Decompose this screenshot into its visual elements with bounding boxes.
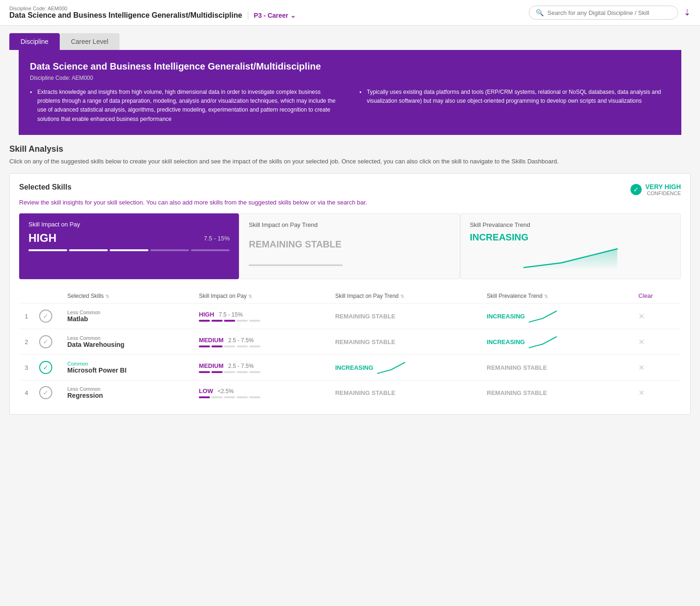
discipline-bullets-right: Typically uses existing data platforms a…	[359, 88, 670, 124]
header-right: 🔍 ⇣	[529, 6, 691, 20]
confidence-label: VERY HIGH	[645, 183, 681, 190]
pay-trend-chart	[249, 261, 450, 270]
prevalence-label-4: REMAINING STABLE	[487, 389, 547, 396]
skill-icon-1: ✓	[39, 310, 52, 323]
prevalence-trend-chart	[470, 247, 671, 270]
discipline-title-text: Data Science and Business Intelligence G…	[9, 11, 242, 20]
impact-label-3: MEDIUM	[199, 362, 224, 369]
impact-dots-2	[199, 345, 324, 347]
dot-4	[150, 249, 189, 251]
sort-icon-skills[interactable]: ⇅	[105, 294, 109, 299]
skill-info-2: Less Common Data Warehousing	[67, 335, 188, 348]
skill-category-3: Common	[67, 361, 188, 366]
table-row: 4 ✓ Less Common Regression LOW <2.5%	[19, 381, 681, 405]
row-num-4: 4	[19, 381, 34, 405]
prevalence-cell-1: INCREASING	[487, 309, 627, 323]
skill-name-4[interactable]: Regression	[67, 392, 188, 399]
skill-icon-3: ✓	[39, 361, 52, 374]
skill-icon-4: ✓	[39, 386, 52, 399]
discipline-code-header: Discipline Code: AEM000	[9, 6, 296, 11]
discipline-bullets-left: Extracts knowledge and insights from hig…	[30, 88, 341, 124]
confidence-badge: ✓ VERY HIGH CONFIDENCE	[630, 183, 681, 196]
th-selected-skills: Selected Skills ⇅	[62, 289, 193, 303]
skill-name-3[interactable]: Microsoft Power BI	[67, 366, 188, 374]
card-header: Selected Skills ✓ VERY HIGH CONFIDENCE	[19, 183, 681, 196]
skill-category-2: Less Common	[67, 335, 188, 341]
skill-icon-2: ✓	[39, 335, 52, 348]
remove-button-1[interactable]: ✕	[638, 312, 644, 320]
card-subtitle: Review the skill insights for your skill…	[19, 199, 681, 206]
clear-button-label[interactable]: Clear	[638, 292, 653, 299]
search-icon: 🔍	[536, 9, 544, 16]
pay-trend-cell-3: INCREASING	[335, 360, 476, 374]
discipline-card-code: Discipline Code: AEM000	[30, 75, 670, 81]
prevalence-label-1: INCREASING	[487, 313, 525, 320]
tab-discipline[interactable]: Discipline	[9, 33, 60, 50]
impact-range-4: <2.5%	[218, 388, 234, 395]
pay-trend-value: REMAINING STABLE	[249, 239, 450, 250]
search-input[interactable]	[547, 9, 671, 16]
skill-name-1[interactable]: Matlab	[67, 315, 188, 323]
career-level-badge[interactable]: P3 - Career ⌄	[248, 12, 296, 19]
skill-name-2[interactable]: Data Warehousing	[67, 341, 188, 348]
impact-dots-1	[199, 320, 324, 322]
impact-label-1: HIGH	[199, 311, 214, 318]
discipline-card: Data Science and Business Intelligence G…	[19, 50, 681, 135]
row-num-2: 2	[19, 329, 34, 355]
dot-5	[191, 249, 230, 251]
prevalence-cell-2: INCREASING	[487, 335, 627, 349]
pay-trend-mini-chart-3	[377, 360, 405, 374]
table-row: 2 ✓ Less Common Data Warehousing MEDIUM	[19, 329, 681, 355]
skill-info-1: Less Common Matlab	[67, 310, 188, 323]
impact-dots-3	[199, 371, 324, 373]
remove-button-3[interactable]: ✕	[638, 364, 644, 372]
tab-career-level[interactable]: Career Level	[60, 33, 119, 50]
pay-trend-label-4: REMAINING STABLE	[335, 389, 395, 396]
skill-category-4: Less Common	[67, 386, 188, 392]
download-button[interactable]: ⇣	[684, 7, 691, 18]
remove-button-4[interactable]: ✕	[638, 389, 644, 397]
discipline-title-header: Data Science and Business Intelligence G…	[9, 11, 296, 20]
prevalence-trend-label: Skill Prevalance Trend	[470, 221, 671, 228]
card-title: Selected Skills	[19, 183, 71, 191]
prevalence-mini-chart-2	[529, 335, 557, 349]
pay-trend-cell-1: REMAINING STABLE	[335, 313, 476, 320]
metric-prevalence-trend: Skill Prevalance Trend INCREASING	[460, 213, 681, 279]
skills-table: Selected Skills ⇅ Skill Impact on Pay ⇅ …	[19, 289, 681, 405]
skill-info-4: Less Common Regression	[67, 386, 188, 399]
metric-pay-trend: Skill Impact on Pay Trend REMAINING STAB…	[239, 213, 460, 279]
sort-icon-pay-trend[interactable]: ⇅	[400, 294, 404, 299]
dot-3	[110, 249, 148, 251]
impact-pay-value: HIGH	[28, 232, 56, 245]
discipline-card-content: Extracts knowledge and insights from hig…	[30, 88, 670, 124]
main-content: Skill Analysis Click on any of the sugge…	[0, 135, 700, 424]
pay-trend-label: Skill Impact on Pay Trend	[249, 221, 450, 228]
search-bar[interactable]: 🔍	[529, 6, 678, 20]
skill-analysis-description: Click on any of the suggested skills bel…	[9, 157, 691, 166]
prevalence-trend-value: INCREASING	[470, 232, 671, 243]
metric-impact-on-pay: Skill Impact on Pay HIGH 7.5 - 15%	[19, 213, 239, 279]
remove-button-2[interactable]: ✕	[638, 338, 644, 346]
tabs: Discipline Career Level	[9, 33, 691, 50]
confidence-icon: ✓	[630, 184, 642, 195]
skill-category-1: Less Common	[67, 310, 188, 315]
skill-info-3: Common Microsoft Power BI	[67, 361, 188, 374]
metrics-row: Skill Impact on Pay HIGH 7.5 - 15% Skill…	[19, 213, 681, 279]
pay-trend-label-3: INCREASING	[335, 364, 373, 371]
sort-icon-impact[interactable]: ⇅	[248, 294, 252, 299]
selected-skills-card: Selected Skills ✓ VERY HIGH CONFIDENCE R…	[9, 173, 691, 415]
prevalence-label-3: REMAINING STABLE	[487, 364, 547, 371]
row-num-1: 1	[19, 303, 34, 329]
pay-trend-label-2: REMAINING STABLE	[335, 338, 395, 345]
impact-range-1: 7.5 - 15%	[219, 311, 243, 318]
impact-range-3: 2.5 - 7.5%	[228, 363, 254, 369]
dot-2	[69, 249, 108, 251]
table-row: 3 ✓ Common Microsoft Power BI MEDIUM 2	[19, 355, 681, 381]
tabs-container: Discipline Career Level Data Science and…	[0, 26, 700, 135]
confidence-sub: CONFIDENCE	[645, 190, 681, 196]
table-row: 1 ✓ Less Common Matlab HIGH 7.5 - 15%	[19, 303, 681, 329]
sort-icon-prevalence[interactable]: ⇅	[544, 294, 548, 299]
table-header: Selected Skills ⇅ Skill Impact on Pay ⇅ …	[19, 289, 681, 303]
prevalence-mini-chart-1	[529, 309, 557, 323]
prevalence-label-2: INCREASING	[487, 338, 525, 345]
